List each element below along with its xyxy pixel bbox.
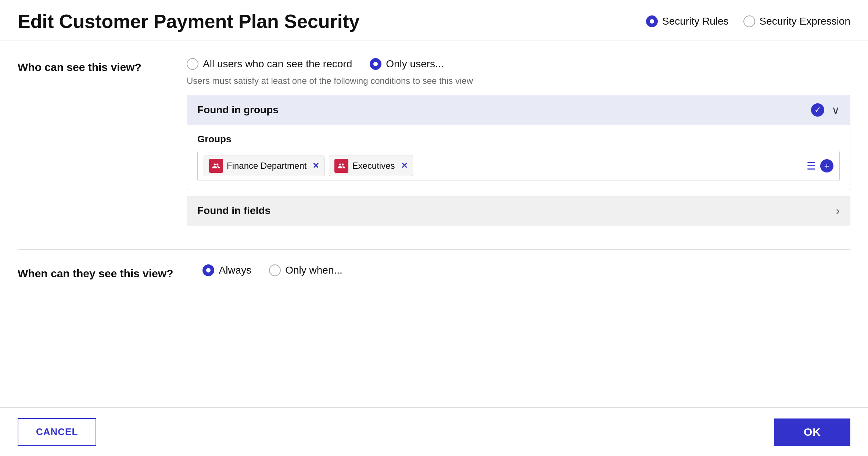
list-view-icon[interactable]: ☰	[807, 160, 816, 172]
found-in-groups-header[interactable]: Found in groups ✓ ∨	[187, 95, 850, 125]
always-radio[interactable]	[202, 264, 214, 276]
groups-label: Groups	[197, 133, 840, 145]
all-users-radio[interactable]	[187, 58, 198, 70]
who-sub-text: Users must satisfy at least one of the f…	[187, 76, 850, 86]
page-header: Edit Customer Payment Plan Security Secu…	[0, 0, 868, 40]
groups-actions: ☰ +	[807, 159, 833, 172]
who-radio-row: All users who can see the record Only us…	[187, 58, 850, 70]
only-when-label: Only when...	[285, 264, 342, 276]
finance-group-icon	[209, 159, 223, 173]
only-when-radio[interactable]	[269, 264, 281, 276]
footer: CANCEL OK	[0, 407, 868, 456]
check-circle-icon: ✓	[811, 103, 824, 117]
when-radio-row: Always Only when...	[202, 264, 850, 276]
cancel-button[interactable]: CANCEL	[18, 418, 96, 446]
only-users-option[interactable]: Only users...	[370, 58, 444, 70]
chevron-right-icon[interactable]: ›	[836, 204, 840, 217]
executives-group-icon	[334, 159, 348, 173]
security-expression-radio[interactable]	[743, 15, 755, 27]
section-divider	[18, 249, 850, 250]
who-section: Who can see this view? All users who can…	[18, 58, 850, 231]
security-expression-option[interactable]: Security Expression	[743, 15, 850, 27]
ok-button[interactable]: OK	[774, 418, 850, 446]
chevron-down-icon[interactable]: ∨	[832, 104, 840, 117]
security-toggle: Security Rules Security Expression	[646, 15, 850, 27]
all-users-label: All users who can see the record	[203, 58, 352, 70]
finance-department-close[interactable]: ✕	[312, 161, 319, 171]
page-title: Edit Customer Payment Plan Security	[18, 10, 360, 32]
only-users-label: Only users...	[386, 58, 444, 70]
groups-input-row[interactable]: Finance Department ✕	[197, 151, 840, 181]
groups-input-area: Finance Department ✕	[204, 156, 801, 176]
executives-name: Executives	[352, 161, 395, 171]
only-users-radio[interactable]	[370, 58, 381, 70]
found-in-groups-body: Groups Finance De	[187, 125, 850, 190]
security-expression-label: Security Expression	[760, 15, 850, 27]
security-rules-label: Security Rules	[662, 15, 729, 27]
found-in-groups-box: Found in groups ✓ ∨ Groups	[187, 95, 850, 190]
when-section: When can they see this view? Always Only…	[18, 264, 850, 282]
when-label: When can they see this view?	[18, 264, 173, 282]
found-in-groups-header-right: ✓ ∨	[811, 103, 840, 117]
found-in-fields-box[interactable]: Found in fields ›	[187, 196, 850, 225]
found-in-fields-title: Found in fields	[197, 205, 270, 217]
finance-department-name: Finance Department	[227, 161, 306, 171]
executives-tag: Executives ✕	[329, 156, 413, 176]
found-in-groups-title: Found in groups	[197, 104, 279, 116]
security-rules-option[interactable]: Security Rules	[646, 15, 729, 27]
only-when-option[interactable]: Only when...	[269, 264, 342, 276]
when-content: Always Only when...	[202, 264, 850, 282]
security-rules-radio[interactable]	[646, 15, 658, 27]
finance-department-tag: Finance Department ✕	[204, 156, 324, 176]
all-users-option[interactable]: All users who can see the record	[187, 58, 352, 70]
always-label: Always	[219, 264, 251, 276]
always-option[interactable]: Always	[202, 264, 251, 276]
add-group-button[interactable]: +	[820, 159, 833, 172]
who-label: Who can see this view?	[18, 58, 157, 231]
main-content: Who can see this view? All users who can…	[0, 40, 868, 407]
executives-close[interactable]: ✕	[401, 161, 408, 171]
who-content: All users who can see the record Only us…	[187, 58, 850, 231]
found-in-fields-header[interactable]: Found in fields ›	[187, 196, 850, 225]
